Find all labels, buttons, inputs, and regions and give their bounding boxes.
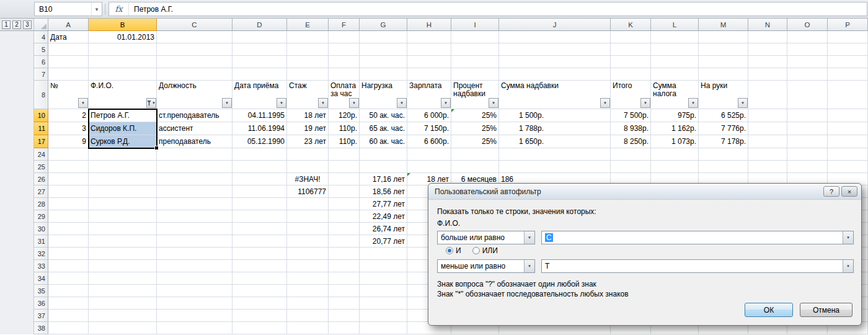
column-header-G[interactable]: G (360, 19, 407, 31)
cell-I17[interactable]: 25% (451, 135, 499, 148)
cell-A30[interactable] (48, 223, 89, 235)
cell-O8[interactable] (787, 81, 828, 109)
filter-button-I[interactable]: ▼ (489, 98, 498, 108)
cell-G38[interactable] (360, 322, 407, 334)
cell-D28[interactable] (232, 198, 287, 210)
cell-G4[interactable] (360, 31, 407, 43)
row-header-37[interactable]: 37 (34, 310, 48, 322)
filter-button-A[interactable]: ▼ (78, 98, 88, 108)
cell-P6[interactable] (828, 56, 868, 68)
cell-H5[interactable] (407, 43, 451, 56)
outline-level-2-button[interactable]: 2 (12, 20, 21, 29)
cell-J17[interactable]: 1 650р. (499, 135, 611, 148)
cell-J8[interactable]: Сумма надбавки▼ (499, 81, 611, 109)
name-box[interactable]: B10 ▾ (34, 2, 102, 16)
cell-H4[interactable] (407, 31, 451, 43)
cell-N4[interactable] (748, 31, 787, 43)
cell-F7[interactable] (329, 68, 360, 81)
row-header-26[interactable]: 26 (34, 173, 48, 185)
cell-F29[interactable] (329, 210, 360, 223)
filter-button-K[interactable]: ▼ (640, 98, 650, 108)
cell-G36[interactable] (360, 297, 407, 310)
cell-E24[interactable] (287, 148, 329, 161)
chevron-down-icon[interactable]: ▼ (843, 260, 853, 272)
cell-B26[interactable] (89, 173, 157, 185)
cell-B37[interactable] (89, 310, 157, 322)
cell-D35[interactable] (232, 285, 287, 297)
cell-C4[interactable] (157, 31, 232, 43)
cell-O6[interactable] (787, 56, 828, 68)
cell-I25[interactable] (451, 161, 499, 173)
cell-C8[interactable]: Должность▼ (157, 81, 232, 109)
cell-C32[interactable] (157, 248, 232, 260)
name-box-dropdown-icon[interactable]: ▾ (91, 2, 102, 16)
cell-B31[interactable] (89, 235, 157, 248)
row-header-5[interactable]: 5 (34, 43, 48, 56)
close-button[interactable]: × (841, 186, 857, 197)
cell-J11[interactable]: 1 788р. (499, 122, 611, 135)
cell-E37[interactable] (287, 310, 329, 322)
cell-E5[interactable] (287, 43, 329, 56)
cell-C28[interactable] (157, 198, 232, 210)
cell-G6[interactable] (360, 56, 407, 68)
cell-F4[interactable] (329, 31, 360, 43)
cell-F27[interactable] (329, 185, 360, 198)
column-header-C[interactable]: C (157, 19, 232, 31)
cell-H17[interactable]: 6 600р. (407, 135, 451, 148)
cell-C25[interactable] (157, 161, 232, 173)
cell-L7[interactable] (651, 68, 699, 81)
cell-E30[interactable] (287, 223, 329, 235)
cell-K25[interactable] (611, 161, 651, 173)
cell-A35[interactable] (48, 285, 89, 297)
cell-D30[interactable] (232, 223, 287, 235)
cell-B32[interactable] (89, 248, 157, 260)
cell-J25[interactable] (499, 161, 611, 173)
cell-E27[interactable]: 1106777 (287, 185, 329, 198)
cell-B24[interactable] (89, 148, 157, 161)
filter-button-J[interactable]: ▼ (600, 98, 610, 108)
cell-A11[interactable]: 3 (48, 122, 89, 135)
cell-F31[interactable] (329, 235, 360, 248)
row-header-7[interactable]: 7 (34, 68, 48, 81)
cell-D27[interactable] (232, 185, 287, 198)
cell-E35[interactable] (287, 285, 329, 297)
ok-button[interactable]: ОК (745, 303, 793, 317)
cell-I24[interactable] (451, 148, 499, 161)
cell-H24[interactable] (407, 148, 451, 161)
cell-E6[interactable] (287, 56, 329, 68)
cell-F37[interactable] (329, 310, 360, 322)
cell-F26[interactable] (329, 173, 360, 185)
column-header-H[interactable]: H (407, 19, 451, 31)
cell-P25[interactable] (828, 161, 868, 173)
cell-M6[interactable] (699, 56, 748, 68)
cell-K10[interactable]: 7 500р. (611, 109, 651, 122)
cell-A28[interactable] (48, 198, 89, 210)
cell-F38[interactable] (329, 322, 360, 334)
cell-E28[interactable] (287, 198, 329, 210)
cell-E32[interactable] (287, 248, 329, 260)
insert-function-button[interactable]: fx (109, 2, 129, 16)
cell-J7[interactable] (499, 68, 611, 81)
cell-N7[interactable] (748, 68, 787, 81)
filter-button-H[interactable]: ▼ (441, 98, 451, 108)
column-header-P[interactable]: P (828, 19, 868, 31)
cell-L5[interactable] (651, 43, 699, 56)
cell-G37[interactable] (360, 310, 407, 322)
cell-A7[interactable] (48, 68, 89, 81)
radio-or[interactable]: ИЛИ (472, 246, 498, 255)
row-header-36[interactable]: 36 (34, 297, 48, 310)
formula-input[interactable]: Петров А.Г. (129, 5, 867, 14)
cell-A10[interactable]: 2 (48, 109, 89, 122)
cell-A31[interactable] (48, 235, 89, 248)
row-header-8[interactable]: 8 (34, 81, 48, 109)
cell-E29[interactable] (287, 210, 329, 223)
cell-K8[interactable]: Итого▼ (611, 81, 651, 109)
cell-E7[interactable] (287, 68, 329, 81)
cell-A32[interactable] (48, 248, 89, 260)
value2-combo[interactable]: Т ▼ (541, 259, 854, 273)
cell-D31[interactable] (232, 235, 287, 248)
outline-level-3-button[interactable]: 3 (23, 20, 32, 29)
cell-P10[interactable] (828, 109, 868, 122)
cell-M4[interactable] (699, 31, 748, 43)
cell-O24[interactable] (787, 148, 828, 161)
